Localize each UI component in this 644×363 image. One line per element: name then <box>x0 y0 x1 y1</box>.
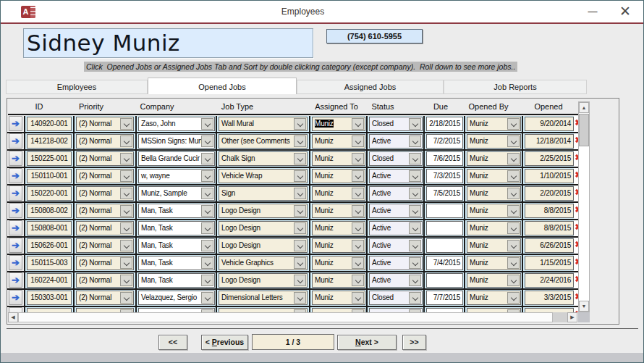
column-header-opened[interactable]: Opened <box>534 102 562 113</box>
due-field[interactable] <box>426 221 463 235</box>
dropdown-button[interactable] <box>507 205 520 217</box>
job-type-field[interactable]: Logo Design <box>219 238 308 253</box>
id-field[interactable]: 160224-001 <box>27 273 72 288</box>
job-type-field[interactable]: Other (see Comments <box>219 134 308 149</box>
due-field[interactable]: 7/7/2015 <box>426 291 463 305</box>
column-header-company[interactable]: Company <box>140 102 174 113</box>
id-field[interactable]: 150220-001 <box>27 186 72 201</box>
record-selector-button[interactable]: ➔ <box>9 290 22 305</box>
due-field[interactable] <box>426 238 463 253</box>
opened-by-field[interactable]: Muniz <box>467 151 521 166</box>
opened-by-field[interactable]: Muniz <box>467 117 521 131</box>
due-field[interactable]: 7/4/2015 <box>426 256 463 270</box>
job-type-field[interactable]: Wall Mural <box>219 117 308 131</box>
assigned-to-field[interactable]: Muniz <box>312 221 365 235</box>
due-field[interactable] <box>426 273 463 288</box>
job-type-field[interactable]: Logo Design <box>219 204 308 218</box>
tab-opened-jobs[interactable]: Opened Jobs <box>148 78 297 94</box>
dropdown-button[interactable] <box>294 240 306 251</box>
previous-page-button[interactable]: < Previous <box>201 335 248 350</box>
opened-field[interactable]: 12/18/2014 <box>525 134 574 149</box>
dropdown-button[interactable] <box>352 188 364 199</box>
dropdown-button[interactable] <box>120 153 132 164</box>
opened-field[interactable]: 1/15/2015 <box>525 256 574 270</box>
column-header-status[interactable]: Status <box>371 102 394 113</box>
dropdown-button[interactable] <box>120 135 132 147</box>
due-field[interactable]: 7/5/2015 <box>426 186 463 201</box>
status-field[interactable]: Active <box>369 238 423 253</box>
dropdown-button[interactable] <box>352 222 364 234</box>
column-header-id[interactable]: ID <box>35 102 43 113</box>
column-header-assigned-to[interactable]: Assigned To <box>315 102 358 113</box>
status-field[interactable]: Active <box>369 169 423 183</box>
dropdown-button[interactable] <box>120 170 132 182</box>
assigned-to-field[interactable]: Muniz <box>312 238 365 253</box>
opened-field[interactable]: 9/20/2014 <box>525 117 574 131</box>
dropdown-button[interactable] <box>352 153 364 164</box>
dropdown-button[interactable] <box>201 257 213 269</box>
dropdown-button[interactable] <box>294 257 306 269</box>
opened-field[interactable]: 2/24/2016 <box>525 273 574 288</box>
status-field[interactable]: Active <box>369 256 423 270</box>
dropdown-button[interactable] <box>294 135 306 147</box>
record-selector-button[interactable]: ➔ <box>9 116 22 131</box>
record-selector-button[interactable]: ➔ <box>9 307 22 312</box>
dropdown-button[interactable] <box>409 135 421 147</box>
record-selector-button[interactable]: ➔ <box>9 151 22 166</box>
due-field[interactable]: 7/3/2015 <box>426 169 463 183</box>
dropdown-button[interactable] <box>201 135 213 147</box>
dropdown-button[interactable] <box>294 118 306 130</box>
status-field[interactable]: Active <box>369 221 423 235</box>
opened-field[interactable]: 8/8/2015 <box>525 204 574 218</box>
dropdown-button[interactable] <box>294 188 306 199</box>
job-type-field[interactable]: Dimensional Letters <box>219 291 308 305</box>
dropdown-button[interactable] <box>507 292 520 304</box>
opened-field[interactable]: 3/3/2015 <box>525 291 574 305</box>
opened-by-field[interactable]: Muniz <box>467 169 521 183</box>
dropdown-button[interactable] <box>294 275 306 286</box>
company-field[interactable]: Man, Task <box>138 238 215 253</box>
record-selector-button[interactable]: ➔ <box>9 168 22 183</box>
record-selector-button[interactable]: ➔ <box>9 255 22 270</box>
job-type-field[interactable]: Vehicle Wrap <box>219 169 308 183</box>
id-field[interactable]: 141218-002 <box>27 134 72 149</box>
id-field[interactable]: 150626-001 <box>27 238 72 253</box>
dropdown-button[interactable] <box>352 170 364 182</box>
dropdown-button[interactable] <box>409 240 421 251</box>
dropdown-button[interactable] <box>201 240 213 251</box>
dropdown-button[interactable] <box>507 153 520 164</box>
dropdown-button[interactable] <box>409 205 421 217</box>
opened-by-field[interactable]: Muniz <box>467 134 521 149</box>
tab-assigned-jobs[interactable]: Assigned Jobs <box>297 80 444 94</box>
close-button[interactable]: ✕ <box>614 1 637 22</box>
opened-by-field[interactable]: Muniz <box>467 186 521 201</box>
dropdown-button[interactable] <box>409 292 421 304</box>
status-field[interactable]: Active <box>369 273 423 288</box>
priority-field[interactable]: (2) Normal <box>76 273 134 288</box>
priority-field[interactable]: (2) Normal <box>76 221 134 235</box>
priority-field[interactable]: (2) Normal <box>76 238 134 253</box>
dropdown-button[interactable] <box>507 257 520 269</box>
first-page-button[interactable]: << <box>158 335 187 350</box>
dropdown-button[interactable] <box>507 240 520 251</box>
job-type-field[interactable]: Vehicle Graphics <box>219 256 308 270</box>
dropdown-button[interactable] <box>409 275 421 286</box>
record-selector-button[interactable]: ➔ <box>9 220 22 235</box>
opened-by-field[interactable]: Muniz <box>467 291 521 305</box>
dropdown-button[interactable] <box>409 257 421 269</box>
status-field[interactable]: Active <box>369 186 423 201</box>
dropdown-button[interactable] <box>294 205 306 217</box>
dropdown-button[interactable] <box>409 222 421 234</box>
assigned-to-field[interactable]: Muniz <box>312 273 365 288</box>
dropdown-button[interactable] <box>120 205 132 217</box>
assigned-to-field[interactable]: Muniz <box>312 291 365 305</box>
priority-field[interactable]: (2) Normal <box>76 256 134 270</box>
column-header-due[interactable]: Due <box>433 102 448 113</box>
dropdown-button[interactable] <box>294 170 306 182</box>
opened-by-field[interactable]: Muniz <box>467 273 521 288</box>
due-field[interactable]: 7/6/2015 <box>426 151 463 166</box>
dropdown-button[interactable] <box>120 188 132 199</box>
vertical-scroll-thumb[interactable] <box>579 114 589 146</box>
job-type-field[interactable]: Logo Design <box>219 221 308 235</box>
dropdown-button[interactable] <box>507 188 520 199</box>
